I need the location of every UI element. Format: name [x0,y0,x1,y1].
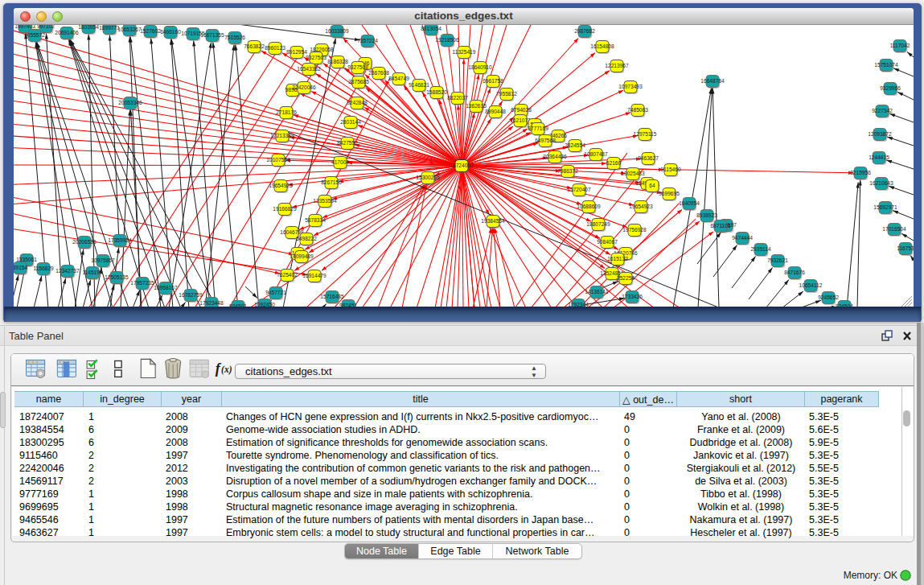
svg-text:62160: 62160 [606,160,622,166]
svg-text:9084067: 9084067 [597,239,618,245]
svg-text:16648784: 16648784 [700,78,725,84]
svg-text:17957235: 17957235 [130,280,154,286]
svg-text:16210643: 16210643 [869,180,893,186]
svg-text:1588520: 1588520 [426,89,447,95]
svg-text:8267150: 8267150 [321,179,342,185]
svg-text:19654925: 19654925 [269,183,293,188]
svg-text:19218506: 19218506 [435,37,459,43]
svg-text:1145194: 1145194 [82,270,103,275]
svg-text:6794028: 6794028 [511,107,532,113]
svg-text:18807249: 18807249 [586,221,610,227]
svg-text:7955812: 7955812 [496,91,517,97]
svg-text:12213389: 12213389 [270,133,294,138]
svg-text:1156829: 1156829 [33,266,54,271]
svg-text:12505135: 12505135 [105,274,129,280]
svg-text:2803144: 2803144 [340,119,361,125]
svg-text:16914479: 16914479 [302,273,326,278]
svg-text:5878334: 5878334 [305,217,326,223]
svg-text:12353594: 12353594 [313,198,337,204]
svg-text:15751074: 15751074 [874,62,898,68]
svg-text:20053346: 20053346 [118,100,142,105]
svg-text:9146821: 9146821 [409,82,429,88]
svg-text:7932621: 7932621 [767,257,788,263]
svg-text:39154: 39154 [14,265,27,270]
svg-text:22420046: 22420046 [292,84,316,90]
svg-text:6466160: 6466160 [160,29,181,35]
svg-text:18640910: 18640910 [468,64,492,70]
svg-text:10688609: 10688609 [577,204,601,209]
svg-text:9457721: 9457721 [265,290,286,295]
svg-text:8813054: 8813054 [421,26,441,31]
svg-text:11325419: 11325419 [453,49,476,55]
svg-text:12093872: 12093872 [868,131,892,137]
svg-text:17923448: 17923448 [199,300,224,306]
svg-text:15716485: 15716485 [320,294,344,299]
svg-text:1244415: 1244415 [869,154,889,160]
svg-text:8960123: 8960123 [265,45,285,51]
svg-text:2935114: 2935114 [750,246,771,252]
svg-text:20364436: 20364436 [543,154,567,159]
svg-text:14136141: 14136141 [585,289,609,295]
svg-text:12342737: 12342737 [55,268,80,274]
svg-text:417004: 417004 [331,159,349,165]
svg-text:19654923: 19654923 [629,204,653,209]
svg-text:20691406: 20691406 [55,30,79,35]
svg-text:19756928: 19756928 [622,227,647,233]
svg-text:1621072: 1621072 [510,117,531,123]
svg-text:8427552: 8427552 [337,140,358,146]
svg-text:17359924: 17359924 [108,237,132,243]
svg-text:8912954: 8912954 [286,49,307,55]
svg-text:64: 64 [649,183,655,188]
svg-text:5498222: 5498222 [296,236,317,241]
svg-text:4055572: 4055572 [24,32,45,38]
svg-text:12213967: 12213967 [605,63,629,68]
svg-text:6961758: 6961758 [483,78,503,84]
svg-text:16782759: 16782759 [179,292,203,298]
svg-text:8454749: 8454749 [388,76,409,81]
svg-text:10958167: 10958167 [154,285,178,290]
svg-text:17016504: 17016504 [882,226,906,232]
svg-text:2867608: 2867608 [368,70,389,76]
svg-text:7986372: 7986372 [557,168,578,174]
svg-text:3875685: 3875685 [348,79,369,84]
svg-text:16543382: 16543382 [297,66,321,72]
svg-text:8471676: 8471676 [784,270,805,275]
svg-text:10807487: 10807487 [584,151,608,157]
svg-text:9474444: 9474444 [732,235,753,241]
svg-text:19166829: 19166829 [273,206,297,212]
svg-text:1092450: 1092450 [254,302,275,307]
svg-text:116753: 116753 [897,245,914,251]
svg-text:16671355: 16671355 [200,32,224,38]
svg-text:8990448: 8990448 [485,109,506,114]
svg-text:9777169: 9777169 [528,126,548,131]
svg-text:1733426: 1733426 [622,294,643,299]
svg-text:10653267: 10653267 [117,27,142,32]
svg-text:7357224: 7357224 [357,38,378,43]
svg-text:9699695: 9699695 [659,191,680,196]
svg-text:9327508: 9327508 [347,64,368,70]
svg-text:3824554: 3824554 [565,142,585,148]
svg-text:982451: 982451 [339,303,357,307]
svg-text:10654112: 10654112 [799,282,823,288]
svg-text:1615132: 1615132 [607,256,628,262]
svg-text:252254: 252254 [617,275,634,281]
svg-text:10973493: 10973493 [618,84,643,89]
svg-text:8822037: 8822037 [447,95,468,101]
svg-text:7485063: 7485063 [627,107,648,113]
svg-text:1362615: 1362615 [466,103,487,109]
svg-text:6871105: 6871105 [710,223,731,229]
svg-text:924501: 924501 [229,303,247,307]
svg-text:20206536: 20206536 [72,239,97,245]
svg-text:15692971: 15692971 [873,204,897,210]
svg-text:14099489: 14099489 [290,253,314,259]
svg-text:6497568: 6497568 [535,138,556,143]
svg-text:9463627: 9463627 [638,155,659,161]
svg-text:1527602: 1527602 [140,28,161,34]
svg-text:7625402: 7625402 [277,272,298,278]
svg-text:1117042: 1117042 [890,43,910,48]
svg-text:1899771: 1899771 [99,25,120,31]
svg-text:12975115: 12975115 [634,131,657,137]
svg-text:9329966: 9329966 [880,85,901,91]
svg-text:16154808: 16154808 [590,43,614,49]
svg-text:1803954: 1803954 [78,25,99,30]
